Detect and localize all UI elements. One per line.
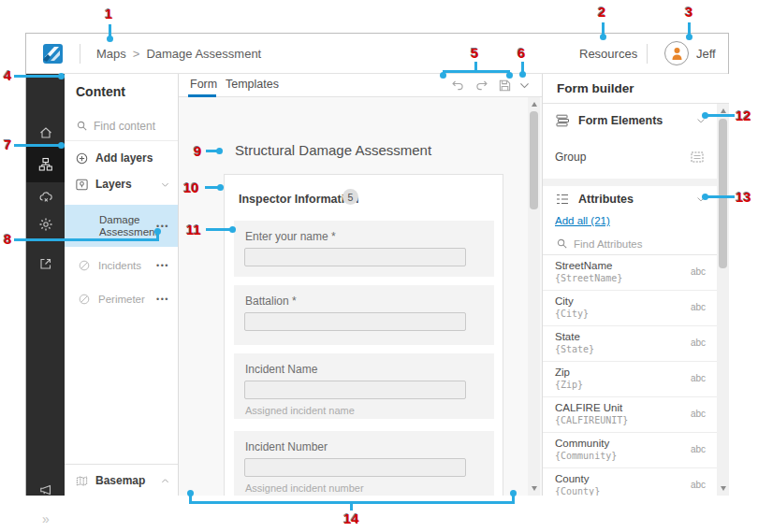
home-icon: [38, 125, 53, 140]
form-elements-section-header[interactable]: Form Elements: [543, 108, 717, 134]
layers-section-header[interactable]: Layers: [65, 173, 178, 195]
attribute-type-badge: abc: [691, 338, 706, 348]
field-input[interactable]: [244, 312, 466, 331]
attributes-section-header[interactable]: Attributes: [543, 186, 717, 212]
add-layers-label: Add layers: [95, 151, 153, 165]
layers-icon: [75, 178, 89, 192]
layer-row-perimeter[interactable]: Perimeter •••: [65, 288, 178, 310]
save-button[interactable]: [497, 78, 513, 93]
attribute-name: City: [555, 295, 574, 307]
form-canvas-scrollbar[interactable]: [528, 97, 540, 496]
callout-3-dot: [686, 34, 692, 40]
save-icon: [498, 79, 512, 93]
app-window: Maps>Damage Assessment Resources Jeff: [25, 33, 729, 496]
callout-12-number: 12: [736, 108, 751, 123]
callout-8-line: [14, 238, 159, 241]
sidebar-item-content[interactable]: [26, 147, 65, 182]
attribute-row-community[interactable]: Community {Community} abc: [543, 433, 717, 468]
scrollbar-thumb[interactable]: [530, 111, 538, 209]
more-options-button[interactable]: [517, 78, 532, 93]
find-attributes-search[interactable]: [543, 233, 717, 255]
circle-plus-icon: [75, 151, 89, 165]
form-builder-scrollbar[interactable]: [717, 104, 729, 496]
callout-13-line: [707, 195, 735, 198]
callout-12-dot: [702, 112, 708, 119]
attribute-code: {State}: [555, 344, 594, 354]
callout-3-number: 3: [685, 4, 692, 20]
attribute-row-streetname[interactable]: StreetName {StreetName} abc: [543, 255, 717, 291]
undo-button[interactable]: [450, 78, 466, 93]
user-avatar[interactable]: [664, 41, 689, 65]
form-field-battalion[interactable]: Battalion *: [234, 285, 494, 345]
breadcrumb-maps-link[interactable]: Maps: [96, 47, 126, 61]
group-element-item[interactable]: Group: [543, 144, 717, 170]
gear-icon: [38, 217, 53, 232]
scroll-down-arrow[interactable]: [532, 486, 537, 491]
form-builder-header: Form builder: [543, 74, 729, 104]
attribute-type-badge: abc: [691, 266, 706, 277]
hidden-layer-icon: [78, 293, 91, 306]
field-input[interactable]: [244, 248, 466, 266]
resources-link[interactable]: Resources: [579, 34, 637, 74]
scroll-down-arrow[interactable]: [721, 486, 726, 491]
field-label: Incident Name: [245, 363, 317, 376]
sidebar-collapse-button[interactable]: »: [26, 501, 65, 532]
arcgis-logo-icon: [41, 42, 65, 65]
attribute-name: Zip: [555, 367, 570, 378]
scrollbar-thumb[interactable]: [719, 119, 727, 268]
attribute-row-city[interactable]: City {City} abc: [543, 291, 717, 326]
form-tab-bar: Form Templates: [179, 74, 542, 97]
layer-name: Damage Assessment: [99, 214, 153, 238]
callout-8-dot: [154, 228, 161, 235]
header-divider-2: [647, 44, 648, 64]
form-field-incident-number[interactable]: Incident Number Assigned incident number: [234, 431, 494, 496]
attribute-name: StreetName: [555, 260, 612, 271]
scroll-up-arrow[interactable]: [532, 102, 537, 107]
callout-5-dot-right: [506, 72, 513, 79]
undo-icon: [451, 79, 465, 93]
layer-options-button[interactable]: •••: [156, 295, 169, 304]
layer-options-button[interactable]: •••: [156, 261, 169, 270]
field-input[interactable]: [244, 381, 466, 399]
field-input[interactable]: [244, 458, 466, 477]
content-hierarchy-icon: [38, 157, 53, 172]
redo-button[interactable]: [474, 78, 489, 93]
find-content-input[interactable]: [92, 116, 174, 137]
sidebar-item-share[interactable]: [26, 246, 65, 281]
megaphone-icon: [38, 482, 53, 497]
find-attributes-input[interactable]: [572, 235, 697, 253]
redo-icon: [474, 79, 488, 93]
form-group-card[interactable]: Inspector Information 5 Enter your name …: [224, 174, 503, 496]
scroll-up-arrow[interactable]: [721, 108, 726, 113]
callout-12-line: [707, 114, 735, 117]
form-title[interactable]: Structural Damage Assessment: [235, 142, 431, 158]
chevron-up-icon: [160, 476, 170, 486]
basemap-section-header[interactable]: Basemap: [65, 467, 178, 495]
find-content-search[interactable]: [65, 111, 178, 141]
callout-5-number: 5: [471, 45, 478, 61]
user-name[interactable]: Jeff: [696, 34, 716, 74]
form-field-enter-your-name[interactable]: Enter your name *: [234, 221, 494, 277]
callout-1-dot: [107, 36, 113, 42]
share-icon: [38, 256, 53, 271]
breadcrumb: Maps>Damage Assessment: [96, 34, 261, 74]
group-element-icon: [690, 150, 705, 165]
callout-14-number: 14: [343, 510, 359, 526]
attribute-row-calfire-unit[interactable]: CALFIRE Unit {CALFIREUNIT} abc: [543, 397, 717, 433]
layer-name: Incidents: [98, 260, 141, 272]
layers-section-label: Layers: [95, 178, 132, 191]
chevron-down-icon: [160, 180, 170, 190]
form-field-incident-name[interactable]: Incident Name Assigned incident name: [234, 353, 494, 419]
callout-4-dot: [58, 73, 65, 79]
tab-templates[interactable]: Templates: [226, 74, 279, 97]
hidden-layer-icon: [78, 259, 91, 272]
add-all-link[interactable]: Add all (21): [555, 215, 610, 226]
add-layers-button[interactable]: Add layers: [65, 147, 178, 169]
sidebar-item-settings[interactable]: [26, 207, 65, 242]
content-panel-title: Content: [76, 84, 125, 99]
layer-row-incidents[interactable]: Incidents •••: [65, 254, 178, 277]
attribute-row-state[interactable]: State {State} abc: [543, 326, 717, 362]
attribute-row-zip[interactable]: Zip {Zip} abc: [543, 362, 717, 397]
attribute-row-county[interactable]: County {County} abc: [543, 468, 717, 496]
attribute-type-badge: abc: [691, 480, 706, 490]
